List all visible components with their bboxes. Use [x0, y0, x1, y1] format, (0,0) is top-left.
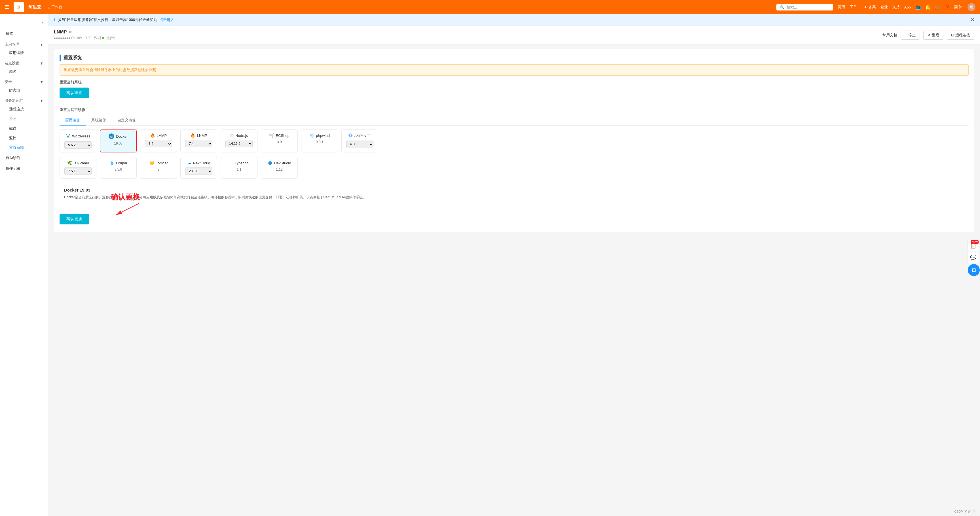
- devstudio-version: 1.12: [266, 167, 293, 171]
- chevron-down-icon-3: ▼: [40, 80, 43, 84]
- chevron-down-icon: ▼: [40, 43, 43, 47]
- doc-link[interactable]: 常用文档: [883, 33, 897, 38]
- sidebar-item-domain[interactable]: 域名: [0, 67, 48, 76]
- lamp-icon: 🔥: [150, 133, 155, 138]
- sidebar-item-snapshot[interactable]: 快照: [0, 114, 48, 124]
- image-card-phpwind[interactable]: 💨 phpwind 9.0.1: [301, 130, 338, 152]
- description-box: Docker 19.03 Docker是当前最流行的开源容器引擎，可以让开发者将…: [60, 183, 969, 205]
- drupal-version: 8.5.6: [105, 167, 132, 171]
- edit-icon[interactable]: ✏: [69, 30, 72, 34]
- current-system-label: 重置当前系统: [60, 79, 969, 85]
- nav-support[interactable]: 支持: [892, 5, 900, 10]
- annotation-text: 确认更换: [111, 192, 140, 202]
- sidebar-item-overview[interactable]: 概览: [0, 29, 48, 39]
- banner-link[interactable]: 点击进入: [159, 17, 174, 22]
- remote-connect-button[interactable]: ⊡ 远程连接: [947, 30, 974, 40]
- desc-text: Docker是当前最流行的开源容器引擎，可以让开发者将应用以及依赖包简单高效的打…: [64, 195, 964, 200]
- confirm-exchange-button[interactable]: 确认更换: [60, 214, 89, 224]
- docker-version: Docker 19.03 | 深圳: [71, 36, 101, 40]
- nextcloud-icon: ☁: [188, 161, 191, 165]
- image-grid-row1: Ⓦ WordPress 5.6.2 🐋 Docker 19.03: [60, 130, 969, 152]
- float-btn-grid[interactable]: ⊞: [967, 264, 980, 276]
- nav-enterprise[interactable]: 企业: [880, 5, 888, 10]
- cart-icon[interactable]: 🛒: [935, 5, 940, 10]
- btpanel-icon: 🌿: [67, 161, 72, 165]
- image-grid-row2: 🌿 BT-Panel 7.5.1 💧 Drupal 8.5.6: [60, 157, 969, 178]
- banner-text: 参与"轻量应用服务器"征文投稿，赢取最高1000元代金券奖励: [58, 17, 157, 22]
- btpanel-version-select[interactable]: 7.5.1: [64, 167, 92, 175]
- nav-fee[interactable]: 费用: [838, 5, 845, 10]
- tomcat-icon: 🐱: [150, 161, 154, 165]
- menu-icon[interactable]: ☰: [5, 4, 9, 10]
- sidebar-item-app-detail[interactable]: 应用详情: [0, 48, 48, 58]
- search-bar[interactable]: 🔍: [776, 4, 833, 11]
- image-card-ecshop[interactable]: 🛒 ECShop 3.0: [261, 130, 298, 152]
- image-card-tomcat[interactable]: 🐱 Tomcat 8: [140, 157, 177, 178]
- image-card-lnmp[interactable]: 🔥 LNMP 7.4: [180, 130, 217, 152]
- help-icon[interactable]: ❓: [944, 5, 950, 10]
- home-icon: ⌂: [48, 5, 50, 10]
- wordpress-version-select[interactable]: 5.6.2: [64, 141, 92, 149]
- nav-app[interactable]: App: [904, 5, 911, 10]
- ip-address: ●●●●●●●●: [54, 36, 70, 40]
- sidebar-item-monitor[interactable]: 监控: [0, 133, 48, 143]
- stop-icon: □: [905, 33, 907, 37]
- aspnet-version-select[interactable]: 4.8: [346, 141, 374, 148]
- banner-close-btn[interactable]: ✕: [970, 17, 974, 22]
- lamp-version-select[interactable]: 7.4: [145, 140, 172, 148]
- ecshop-version: 3.0: [266, 140, 293, 144]
- image-card-btpanel[interactable]: 🌿 BT-Panel 7.5.1: [60, 157, 96, 178]
- image-card-wordpress[interactable]: Ⓦ WordPress 5.6.2: [60, 130, 96, 152]
- workbench-nav[interactable]: ⌂ 工作台: [48, 5, 62, 10]
- bell-icon[interactable]: 🔔: [925, 5, 931, 10]
- image-card-lamp[interactable]: 🔥 LAMP 7.4: [140, 130, 177, 152]
- image-card-nextcloud[interactable]: ☁ NextCloud 23.0.0: [180, 157, 217, 178]
- ecshop-icon: 🛒: [269, 133, 274, 138]
- tab-custom-image[interactable]: 自定义镜像: [112, 115, 142, 125]
- drupal-icon: 💧: [110, 161, 114, 165]
- restart-icon: ↺: [928, 33, 931, 37]
- sidebar-group-security[interactable]: 安全 ▼: [0, 76, 48, 86]
- status-dot: [102, 37, 104, 39]
- image-card-devstudio[interactable]: 🔷 DevStudio 1.12: [261, 157, 298, 178]
- top-navigation: ☰ 云 阿里云 ⌂ 工作台 🔍 费用 工单 ICP 备案 企业 支持 App 📺…: [0, 0, 980, 14]
- image-card-aspnet[interactable]: Ⓜ ASP/.NET 4.8: [341, 130, 378, 152]
- sidebar-item-reset-system[interactable]: 重置系统: [0, 143, 48, 152]
- sidebar-group-server-ops[interactable]: 服务器运维 ▼: [0, 95, 48, 104]
- stop-button[interactable]: □ 停止: [900, 30, 920, 40]
- arrow-svg: [111, 202, 145, 216]
- sidebar-item-firewall[interactable]: 防火墙: [0, 86, 48, 95]
- search-input[interactable]: [787, 5, 830, 10]
- sidebar-collapse-btn[interactable]: ‹: [0, 16, 48, 29]
- sidebar-item-self-diagnose[interactable]: 自助诊断: [0, 152, 48, 163]
- image-card-typecho[interactable]: ⊙ Typecho 1.1: [221, 157, 258, 178]
- warning-message: 重置或更换系统会清除服务器上的磁盘数据及创建的快照: [60, 64, 969, 76]
- image-card-drupal[interactable]: 💧 Drupal 8.5.6: [100, 157, 137, 178]
- monitor-icon[interactable]: 📺: [915, 5, 921, 10]
- image-card-nodejs[interactable]: ⬡ Node.js 14.15.2: [221, 130, 258, 152]
- float-btn-new[interactable]: 📋 NEW: [967, 240, 979, 251]
- nodejs-icon: ⬡: [230, 133, 234, 138]
- nodejs-version-select[interactable]: 14.15.2: [226, 140, 253, 148]
- sidebar-item-remote[interactable]: 远程连接: [0, 104, 48, 114]
- nav-icp[interactable]: ICP 备案: [861, 5, 876, 10]
- tab-app-image[interactable]: 应用镜像: [60, 115, 86, 125]
- lang-btn[interactable]: 简体: [954, 4, 963, 10]
- nextcloud-version-select[interactable]: 23.0.0: [185, 167, 212, 175]
- image-card-docker[interactable]: 🐋 Docker 19.03: [100, 130, 137, 152]
- brand-name: 阿里云: [29, 5, 41, 10]
- confirm-reset-button[interactable]: 确认重置: [60, 87, 89, 98]
- nav-links: 费用 工单 ICP 备案 企业 支持 App: [838, 5, 911, 10]
- sidebar-item-disk[interactable]: 磁盘: [0, 124, 48, 133]
- sidebar-item-operation-log[interactable]: 操作记录: [0, 163, 48, 174]
- restart-button[interactable]: ↺ 重启: [923, 30, 943, 40]
- lnmp-version-select[interactable]: 7.4: [185, 140, 212, 148]
- lnmp-icon: 🔥: [190, 133, 195, 138]
- tab-system-image[interactable]: 系统镜像: [86, 115, 112, 125]
- nav-ticket[interactable]: 工单: [850, 5, 857, 10]
- aspnet-icon: Ⓜ: [348, 133, 352, 138]
- float-btn-chat[interactable]: 💬: [967, 252, 979, 263]
- sidebar-group-site-settings[interactable]: 站点设置 ▼: [0, 58, 48, 67]
- sidebar-group-app-management[interactable]: 应用管理 ▼: [0, 39, 48, 48]
- user-avatar[interactable]: 用: [967, 3, 975, 11]
